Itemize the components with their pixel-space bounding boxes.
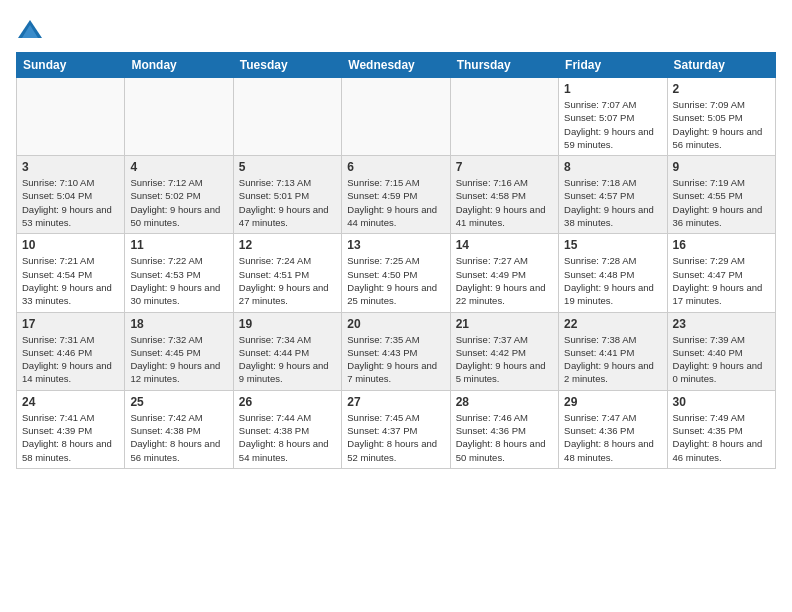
calendar-cell: 7Sunrise: 7:16 AM Sunset: 4:58 PM Daylig… bbox=[450, 156, 558, 234]
day-number: 15 bbox=[564, 238, 661, 252]
day-info: Sunrise: 7:15 AM Sunset: 4:59 PM Dayligh… bbox=[347, 176, 444, 229]
day-number: 4 bbox=[130, 160, 227, 174]
day-info: Sunrise: 7:45 AM Sunset: 4:37 PM Dayligh… bbox=[347, 411, 444, 464]
calendar-cell: 23Sunrise: 7:39 AM Sunset: 4:40 PM Dayli… bbox=[667, 312, 775, 390]
calendar-table: SundayMondayTuesdayWednesdayThursdayFrid… bbox=[16, 52, 776, 469]
calendar-cell bbox=[450, 78, 558, 156]
day-info: Sunrise: 7:34 AM Sunset: 4:44 PM Dayligh… bbox=[239, 333, 336, 386]
calendar-header-row: SundayMondayTuesdayWednesdayThursdayFrid… bbox=[17, 53, 776, 78]
calendar-cell bbox=[17, 78, 125, 156]
logo-icon bbox=[16, 16, 44, 44]
calendar-cell: 10Sunrise: 7:21 AM Sunset: 4:54 PM Dayli… bbox=[17, 234, 125, 312]
calendar-header-monday: Monday bbox=[125, 53, 233, 78]
calendar-cell: 5Sunrise: 7:13 AM Sunset: 5:01 PM Daylig… bbox=[233, 156, 341, 234]
day-number: 13 bbox=[347, 238, 444, 252]
calendar-cell: 9Sunrise: 7:19 AM Sunset: 4:55 PM Daylig… bbox=[667, 156, 775, 234]
day-info: Sunrise: 7:16 AM Sunset: 4:58 PM Dayligh… bbox=[456, 176, 553, 229]
day-info: Sunrise: 7:27 AM Sunset: 4:49 PM Dayligh… bbox=[456, 254, 553, 307]
day-number: 14 bbox=[456, 238, 553, 252]
calendar-cell: 14Sunrise: 7:27 AM Sunset: 4:49 PM Dayli… bbox=[450, 234, 558, 312]
day-number: 2 bbox=[673, 82, 770, 96]
day-number: 17 bbox=[22, 317, 119, 331]
calendar-week-row: 10Sunrise: 7:21 AM Sunset: 4:54 PM Dayli… bbox=[17, 234, 776, 312]
calendar-week-row: 24Sunrise: 7:41 AM Sunset: 4:39 PM Dayli… bbox=[17, 390, 776, 468]
day-number: 6 bbox=[347, 160, 444, 174]
calendar-week-row: 1Sunrise: 7:07 AM Sunset: 5:07 PM Daylig… bbox=[17, 78, 776, 156]
calendar-cell: 17Sunrise: 7:31 AM Sunset: 4:46 PM Dayli… bbox=[17, 312, 125, 390]
calendar-cell: 11Sunrise: 7:22 AM Sunset: 4:53 PM Dayli… bbox=[125, 234, 233, 312]
calendar-header-saturday: Saturday bbox=[667, 53, 775, 78]
day-number: 1 bbox=[564, 82, 661, 96]
day-number: 3 bbox=[22, 160, 119, 174]
day-number: 7 bbox=[456, 160, 553, 174]
calendar-cell: 20Sunrise: 7:35 AM Sunset: 4:43 PM Dayli… bbox=[342, 312, 450, 390]
day-number: 5 bbox=[239, 160, 336, 174]
calendar-cell: 1Sunrise: 7:07 AM Sunset: 5:07 PM Daylig… bbox=[559, 78, 667, 156]
day-number: 11 bbox=[130, 238, 227, 252]
day-info: Sunrise: 7:29 AM Sunset: 4:47 PM Dayligh… bbox=[673, 254, 770, 307]
day-info: Sunrise: 7:38 AM Sunset: 4:41 PM Dayligh… bbox=[564, 333, 661, 386]
day-info: Sunrise: 7:19 AM Sunset: 4:55 PM Dayligh… bbox=[673, 176, 770, 229]
day-info: Sunrise: 7:28 AM Sunset: 4:48 PM Dayligh… bbox=[564, 254, 661, 307]
calendar-header-thursday: Thursday bbox=[450, 53, 558, 78]
calendar-cell: 27Sunrise: 7:45 AM Sunset: 4:37 PM Dayli… bbox=[342, 390, 450, 468]
day-info: Sunrise: 7:09 AM Sunset: 5:05 PM Dayligh… bbox=[673, 98, 770, 151]
day-number: 27 bbox=[347, 395, 444, 409]
calendar-week-row: 17Sunrise: 7:31 AM Sunset: 4:46 PM Dayli… bbox=[17, 312, 776, 390]
calendar-cell: 16Sunrise: 7:29 AM Sunset: 4:47 PM Dayli… bbox=[667, 234, 775, 312]
day-info: Sunrise: 7:25 AM Sunset: 4:50 PM Dayligh… bbox=[347, 254, 444, 307]
calendar-cell: 8Sunrise: 7:18 AM Sunset: 4:57 PM Daylig… bbox=[559, 156, 667, 234]
calendar-cell: 24Sunrise: 7:41 AM Sunset: 4:39 PM Dayli… bbox=[17, 390, 125, 468]
day-info: Sunrise: 7:10 AM Sunset: 5:04 PM Dayligh… bbox=[22, 176, 119, 229]
day-info: Sunrise: 7:47 AM Sunset: 4:36 PM Dayligh… bbox=[564, 411, 661, 464]
day-number: 25 bbox=[130, 395, 227, 409]
calendar-week-row: 3Sunrise: 7:10 AM Sunset: 5:04 PM Daylig… bbox=[17, 156, 776, 234]
day-info: Sunrise: 7:22 AM Sunset: 4:53 PM Dayligh… bbox=[130, 254, 227, 307]
calendar-cell bbox=[342, 78, 450, 156]
calendar-header-tuesday: Tuesday bbox=[233, 53, 341, 78]
calendar-header-sunday: Sunday bbox=[17, 53, 125, 78]
day-number: 29 bbox=[564, 395, 661, 409]
day-info: Sunrise: 7:35 AM Sunset: 4:43 PM Dayligh… bbox=[347, 333, 444, 386]
calendar-cell: 4Sunrise: 7:12 AM Sunset: 5:02 PM Daylig… bbox=[125, 156, 233, 234]
calendar-cell: 30Sunrise: 7:49 AM Sunset: 4:35 PM Dayli… bbox=[667, 390, 775, 468]
calendar-cell: 28Sunrise: 7:46 AM Sunset: 4:36 PM Dayli… bbox=[450, 390, 558, 468]
calendar-cell: 19Sunrise: 7:34 AM Sunset: 4:44 PM Dayli… bbox=[233, 312, 341, 390]
day-number: 8 bbox=[564, 160, 661, 174]
day-number: 10 bbox=[22, 238, 119, 252]
calendar-cell: 12Sunrise: 7:24 AM Sunset: 4:51 PM Dayli… bbox=[233, 234, 341, 312]
day-info: Sunrise: 7:12 AM Sunset: 5:02 PM Dayligh… bbox=[130, 176, 227, 229]
day-number: 22 bbox=[564, 317, 661, 331]
calendar-cell bbox=[233, 78, 341, 156]
day-number: 16 bbox=[673, 238, 770, 252]
calendar-cell: 13Sunrise: 7:25 AM Sunset: 4:50 PM Dayli… bbox=[342, 234, 450, 312]
day-info: Sunrise: 7:39 AM Sunset: 4:40 PM Dayligh… bbox=[673, 333, 770, 386]
calendar-header-wednesday: Wednesday bbox=[342, 53, 450, 78]
calendar-cell: 26Sunrise: 7:44 AM Sunset: 4:38 PM Dayli… bbox=[233, 390, 341, 468]
day-info: Sunrise: 7:07 AM Sunset: 5:07 PM Dayligh… bbox=[564, 98, 661, 151]
day-number: 26 bbox=[239, 395, 336, 409]
calendar-cell: 2Sunrise: 7:09 AM Sunset: 5:05 PM Daylig… bbox=[667, 78, 775, 156]
day-info: Sunrise: 7:32 AM Sunset: 4:45 PM Dayligh… bbox=[130, 333, 227, 386]
day-info: Sunrise: 7:18 AM Sunset: 4:57 PM Dayligh… bbox=[564, 176, 661, 229]
day-info: Sunrise: 7:49 AM Sunset: 4:35 PM Dayligh… bbox=[673, 411, 770, 464]
calendar-cell: 25Sunrise: 7:42 AM Sunset: 4:38 PM Dayli… bbox=[125, 390, 233, 468]
day-info: Sunrise: 7:37 AM Sunset: 4:42 PM Dayligh… bbox=[456, 333, 553, 386]
calendar-cell: 21Sunrise: 7:37 AM Sunset: 4:42 PM Dayli… bbox=[450, 312, 558, 390]
day-info: Sunrise: 7:46 AM Sunset: 4:36 PM Dayligh… bbox=[456, 411, 553, 464]
day-number: 18 bbox=[130, 317, 227, 331]
logo bbox=[16, 16, 48, 44]
day-info: Sunrise: 7:21 AM Sunset: 4:54 PM Dayligh… bbox=[22, 254, 119, 307]
day-number: 23 bbox=[673, 317, 770, 331]
day-info: Sunrise: 7:31 AM Sunset: 4:46 PM Dayligh… bbox=[22, 333, 119, 386]
calendar-cell: 18Sunrise: 7:32 AM Sunset: 4:45 PM Dayli… bbox=[125, 312, 233, 390]
day-info: Sunrise: 7:44 AM Sunset: 4:38 PM Dayligh… bbox=[239, 411, 336, 464]
day-info: Sunrise: 7:42 AM Sunset: 4:38 PM Dayligh… bbox=[130, 411, 227, 464]
day-number: 21 bbox=[456, 317, 553, 331]
day-number: 20 bbox=[347, 317, 444, 331]
calendar-cell: 3Sunrise: 7:10 AM Sunset: 5:04 PM Daylig… bbox=[17, 156, 125, 234]
calendar-header-friday: Friday bbox=[559, 53, 667, 78]
calendar-cell: 29Sunrise: 7:47 AM Sunset: 4:36 PM Dayli… bbox=[559, 390, 667, 468]
day-number: 19 bbox=[239, 317, 336, 331]
day-number: 24 bbox=[22, 395, 119, 409]
